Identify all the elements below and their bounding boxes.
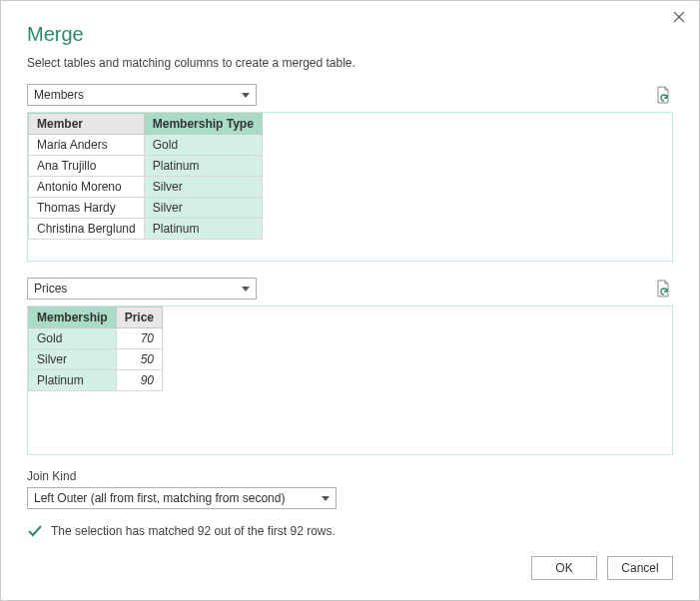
table-cell: 90	[116, 370, 162, 391]
chevron-down-icon	[242, 287, 250, 292]
chevron-down-icon	[242, 93, 250, 98]
document-refresh-icon	[655, 280, 671, 300]
table2-select[interactable]: Prices	[27, 278, 257, 300]
column-header[interactable]: Membership	[29, 307, 117, 328]
table-cell: Platinum	[144, 219, 262, 240]
table-cell: Christina Berglund	[29, 219, 145, 240]
table-cell: Maria Anders	[29, 135, 145, 156]
dialog-title: Merge	[27, 23, 673, 46]
check-icon	[27, 523, 43, 539]
table-cell: Gold	[29, 328, 117, 349]
table-cell: 50	[116, 349, 162, 370]
table-cell: 70	[116, 328, 162, 349]
table1-select-value: Members	[34, 85, 84, 105]
table-cell: Thomas Hardy	[29, 198, 145, 219]
column-header[interactable]: Membership Type	[144, 114, 262, 135]
document-refresh-icon	[655, 86, 671, 106]
table-row[interactable]: Gold70	[29, 328, 163, 349]
table-cell: Gold	[144, 135, 262, 156]
table1-preview: MemberMembership TypeMaria AndersGoldAna…	[27, 112, 673, 262]
table1-action-icon[interactable]	[655, 86, 671, 106]
table-cell: Platinum	[144, 156, 262, 177]
status-row: The selection has matched 92 out of the …	[27, 523, 673, 539]
table2-grid[interactable]: MembershipPriceGold70Silver50Platinum90	[28, 306, 163, 391]
table-row[interactable]: Silver50	[29, 349, 163, 370]
table1-grid[interactable]: MemberMembership TypeMaria AndersGoldAna…	[28, 113, 263, 240]
table-cell: Silver	[144, 198, 262, 219]
table-cell: Silver	[144, 177, 262, 198]
status-text: The selection has matched 92 out of the …	[51, 524, 336, 538]
cancel-button[interactable]: Cancel	[607, 556, 673, 580]
close-button[interactable]	[669, 7, 689, 27]
table-row[interactable]: Maria AndersGold	[29, 135, 263, 156]
table2-select-value: Prices	[34, 279, 67, 299]
dialog-buttons: OK Cancel	[531, 556, 673, 580]
table-cell: Silver	[29, 349, 117, 370]
table-row[interactable]: Thomas HardySilver	[29, 198, 263, 219]
table1-header-row: Members	[27, 84, 673, 106]
chevron-down-icon	[322, 496, 330, 501]
table-cell: Ana Trujillo	[29, 156, 145, 177]
table-row[interactable]: Antonio MorenoSilver	[29, 177, 263, 198]
table-cell: Platinum	[29, 370, 117, 391]
table-row[interactable]: Platinum90	[29, 370, 163, 391]
table2-action-icon[interactable]	[655, 280, 671, 300]
table-row[interactable]: Christina BerglundPlatinum	[29, 219, 263, 240]
join-kind-value: Left Outer (all from first, matching fro…	[34, 488, 285, 508]
ok-button[interactable]: OK	[531, 556, 597, 580]
table2-header-row: Prices	[27, 278, 673, 300]
column-header[interactable]: Member	[29, 114, 145, 135]
table1-select[interactable]: Members	[27, 84, 257, 106]
table2-preview: MembershipPriceGold70Silver50Platinum90	[27, 305, 673, 455]
table-row[interactable]: Ana TrujilloPlatinum	[29, 156, 263, 177]
column-header[interactable]: Price	[116, 307, 162, 328]
merge-dialog: Merge Select tables and matching columns…	[0, 0, 700, 601]
table-cell: Antonio Moreno	[29, 177, 145, 198]
close-icon	[673, 11, 685, 23]
dialog-subtitle: Select tables and matching columns to cr…	[27, 56, 673, 70]
join-kind-label: Join Kind	[27, 469, 673, 483]
join-kind-select[interactable]: Left Outer (all from first, matching fro…	[27, 487, 337, 509]
